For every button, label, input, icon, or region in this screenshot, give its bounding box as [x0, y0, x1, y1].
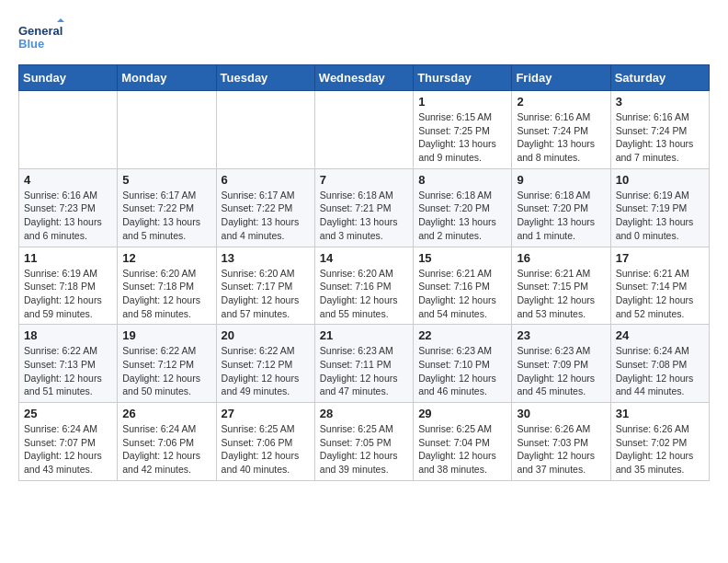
day-info: Sunrise: 6:21 AM Sunset: 7:14 PM Dayligh… [616, 267, 704, 321]
week-row-3: 11Sunrise: 6:19 AM Sunset: 7:18 PM Dayli… [19, 247, 710, 325]
day-number: 8 [418, 173, 506, 187]
day-number: 21 [320, 328, 408, 342]
svg-text:General: General [18, 24, 63, 38]
calendar-cell: 12Sunrise: 6:20 AM Sunset: 7:18 PM Dayli… [118, 247, 216, 325]
day-info: Sunrise: 6:19 AM Sunset: 7:18 PM Dayligh… [24, 267, 112, 321]
weekday-header-saturday: Saturday [610, 65, 709, 91]
day-number: 28 [320, 407, 408, 420]
calendar-cell: 23Sunrise: 6:23 AM Sunset: 7:09 PM Dayli… [512, 325, 610, 403]
calendar-cell: 15Sunrise: 6:21 AM Sunset: 7:16 PM Dayli… [414, 247, 512, 325]
day-info: Sunrise: 6:24 AM Sunset: 7:08 PM Dayligh… [616, 344, 704, 398]
calendar-cell: 11Sunrise: 6:19 AM Sunset: 7:18 PM Dayli… [19, 247, 118, 325]
calendar-cell [19, 91, 118, 169]
logo: General Blue [18, 18, 64, 55]
weekday-header-thursday: Thursday [414, 65, 512, 91]
weekday-header-tuesday: Tuesday [216, 65, 314, 91]
day-info: Sunrise: 6:22 AM Sunset: 7:13 PM Dayligh… [24, 344, 112, 398]
calendar-cell: 16Sunrise: 6:21 AM Sunset: 7:15 PM Dayli… [512, 247, 610, 325]
calendar-cell: 3Sunrise: 6:16 AM Sunset: 7:24 PM Daylig… [610, 91, 709, 169]
day-number: 10 [616, 173, 704, 187]
day-info: Sunrise: 6:23 AM Sunset: 7:10 PM Dayligh… [418, 344, 506, 398]
page-header: General Blue [18, 18, 710, 55]
day-number: 11 [24, 251, 112, 265]
day-number: 1 [418, 95, 506, 109]
calendar-cell: 21Sunrise: 6:23 AM Sunset: 7:11 PM Dayli… [314, 325, 413, 403]
day-info: Sunrise: 6:21 AM Sunset: 7:15 PM Dayligh… [517, 267, 605, 321]
calendar-cell: 30Sunrise: 6:26 AM Sunset: 7:03 PM Dayli… [512, 403, 610, 481]
day-number: 5 [122, 173, 210, 187]
day-number: 2 [517, 95, 605, 109]
calendar-cell: 27Sunrise: 6:25 AM Sunset: 7:06 PM Dayli… [216, 403, 314, 481]
calendar-cell: 2Sunrise: 6:16 AM Sunset: 7:24 PM Daylig… [512, 91, 610, 169]
calendar-cell: 14Sunrise: 6:20 AM Sunset: 7:16 PM Dayli… [314, 247, 413, 325]
calendar-cell [216, 91, 314, 169]
week-row-1: 1Sunrise: 6:15 AM Sunset: 7:25 PM Daylig… [19, 91, 710, 169]
day-info: Sunrise: 6:18 AM Sunset: 7:20 PM Dayligh… [418, 189, 506, 243]
day-number: 9 [517, 173, 605, 187]
calendar-cell: 20Sunrise: 6:22 AM Sunset: 7:12 PM Dayli… [216, 325, 314, 403]
day-info: Sunrise: 6:22 AM Sunset: 7:12 PM Dayligh… [122, 344, 210, 398]
day-info: Sunrise: 6:24 AM Sunset: 7:07 PM Dayligh… [24, 422, 112, 477]
day-number: 27 [222, 407, 310, 420]
calendar-cell: 1Sunrise: 6:15 AM Sunset: 7:25 PM Daylig… [414, 91, 512, 169]
calendar-table: SundayMondayTuesdayWednesdayThursdayFrid… [18, 64, 710, 481]
calendar-cell: 29Sunrise: 6:25 AM Sunset: 7:04 PM Dayli… [414, 403, 512, 481]
day-info: Sunrise: 6:25 AM Sunset: 7:05 PM Dayligh… [320, 422, 408, 477]
day-info: Sunrise: 6:15 AM Sunset: 7:25 PM Dayligh… [418, 110, 506, 165]
calendar-cell: 22Sunrise: 6:23 AM Sunset: 7:10 PM Dayli… [414, 325, 512, 403]
calendar-cell: 18Sunrise: 6:22 AM Sunset: 7:13 PM Dayli… [19, 325, 118, 403]
day-info: Sunrise: 6:20 AM Sunset: 7:18 PM Dayligh… [122, 267, 210, 321]
svg-text:Blue: Blue [18, 37, 44, 51]
day-info: Sunrise: 6:16 AM Sunset: 7:23 PM Dayligh… [24, 189, 112, 243]
day-info: Sunrise: 6:19 AM Sunset: 7:19 PM Dayligh… [616, 189, 704, 243]
weekday-header-sunday: Sunday [19, 65, 118, 91]
logo-svg: General Blue [18, 18, 64, 55]
day-info: Sunrise: 6:18 AM Sunset: 7:21 PM Dayligh… [320, 189, 408, 243]
calendar-cell: 8Sunrise: 6:18 AM Sunset: 7:20 PM Daylig… [414, 168, 512, 247]
week-row-5: 25Sunrise: 6:24 AM Sunset: 7:07 PM Dayli… [19, 403, 710, 481]
day-number: 30 [517, 407, 605, 420]
day-number: 19 [122, 328, 210, 342]
day-number: 13 [222, 251, 310, 265]
day-number: 15 [418, 251, 506, 265]
calendar-cell: 9Sunrise: 6:18 AM Sunset: 7:20 PM Daylig… [512, 168, 610, 247]
calendar-cell: 31Sunrise: 6:26 AM Sunset: 7:02 PM Dayli… [610, 403, 709, 481]
week-row-4: 18Sunrise: 6:22 AM Sunset: 7:13 PM Dayli… [19, 325, 710, 403]
calendar-cell: 13Sunrise: 6:20 AM Sunset: 7:17 PM Dayli… [216, 247, 314, 325]
day-number: 22 [418, 328, 506, 342]
day-info: Sunrise: 6:17 AM Sunset: 7:22 PM Dayligh… [122, 189, 210, 243]
calendar-cell: 25Sunrise: 6:24 AM Sunset: 7:07 PM Dayli… [19, 403, 118, 481]
day-info: Sunrise: 6:22 AM Sunset: 7:12 PM Dayligh… [222, 344, 310, 398]
day-info: Sunrise: 6:16 AM Sunset: 7:24 PM Dayligh… [616, 110, 704, 165]
day-info: Sunrise: 6:23 AM Sunset: 7:11 PM Dayligh… [320, 344, 408, 398]
day-info: Sunrise: 6:20 AM Sunset: 7:16 PM Dayligh… [320, 267, 408, 321]
day-number: 24 [616, 328, 704, 342]
weekday-header-wednesday: Wednesday [314, 65, 413, 91]
day-info: Sunrise: 6:17 AM Sunset: 7:22 PM Dayligh… [222, 189, 310, 243]
day-info: Sunrise: 6:23 AM Sunset: 7:09 PM Dayligh… [517, 344, 605, 398]
day-number: 20 [222, 328, 310, 342]
calendar-cell: 6Sunrise: 6:17 AM Sunset: 7:22 PM Daylig… [216, 168, 314, 247]
day-info: Sunrise: 6:25 AM Sunset: 7:04 PM Dayligh… [418, 422, 506, 477]
day-number: 29 [418, 407, 506, 420]
day-number: 7 [320, 173, 408, 187]
day-info: Sunrise: 6:25 AM Sunset: 7:06 PM Dayligh… [222, 422, 310, 477]
day-number: 17 [616, 251, 704, 265]
calendar-cell: 5Sunrise: 6:17 AM Sunset: 7:22 PM Daylig… [118, 168, 216, 247]
day-info: Sunrise: 6:24 AM Sunset: 7:06 PM Dayligh… [122, 422, 210, 477]
calendar-cell: 17Sunrise: 6:21 AM Sunset: 7:14 PM Dayli… [610, 247, 709, 325]
day-info: Sunrise: 6:26 AM Sunset: 7:02 PM Dayligh… [616, 422, 704, 477]
week-row-2: 4Sunrise: 6:16 AM Sunset: 7:23 PM Daylig… [19, 168, 710, 247]
day-info: Sunrise: 6:26 AM Sunset: 7:03 PM Dayligh… [517, 422, 605, 477]
weekday-header-row: SundayMondayTuesdayWednesdayThursdayFrid… [19, 65, 710, 91]
day-number: 16 [517, 251, 605, 265]
day-info: Sunrise: 6:20 AM Sunset: 7:17 PM Dayligh… [222, 267, 310, 321]
calendar-cell: 7Sunrise: 6:18 AM Sunset: 7:21 PM Daylig… [314, 168, 413, 247]
day-info: Sunrise: 6:18 AM Sunset: 7:20 PM Dayligh… [517, 189, 605, 243]
calendar-cell: 24Sunrise: 6:24 AM Sunset: 7:08 PM Dayli… [610, 325, 709, 403]
day-number: 31 [616, 407, 704, 420]
day-number: 3 [616, 95, 704, 109]
calendar-cell [314, 91, 413, 169]
day-info: Sunrise: 6:21 AM Sunset: 7:16 PM Dayligh… [418, 267, 506, 321]
day-number: 4 [24, 173, 112, 187]
